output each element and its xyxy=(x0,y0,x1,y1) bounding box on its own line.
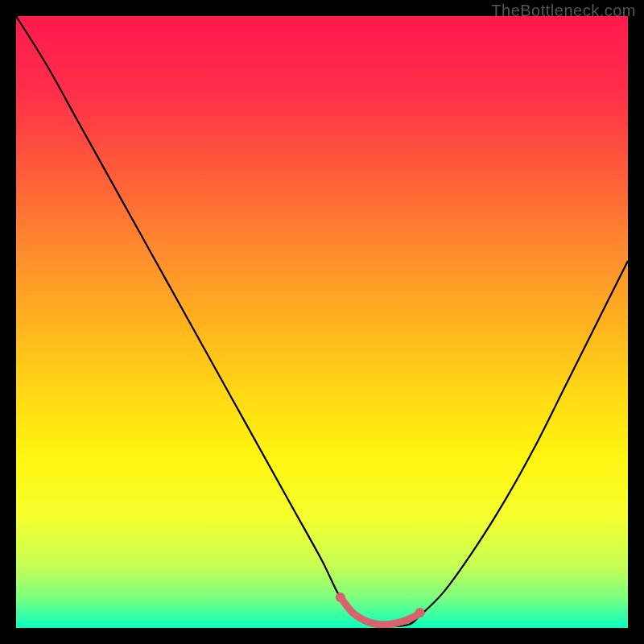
highlight-endpoint xyxy=(336,592,345,602)
chart-frame: TheBottleneck.com xyxy=(0,0,644,644)
chart-background xyxy=(16,16,628,628)
highlight-endpoint xyxy=(415,608,425,617)
bottleneck-curve-chart xyxy=(16,16,628,628)
watermark-text: TheBottleneck.com xyxy=(491,2,636,20)
